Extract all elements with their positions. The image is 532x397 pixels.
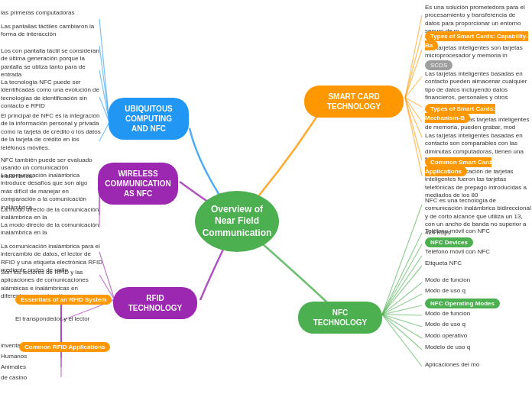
right-text-apps: Aplicaciones del mo	[425, 361, 479, 369]
branch-nfc: NFC TECHNOLOGY	[298, 302, 382, 334]
left-text-9: La modo directo de la comunicación inalá…	[1, 221, 100, 237]
branch-nfc-label: NFC TECHNOLOGY	[307, 308, 373, 328]
svg-line-37	[382, 315, 422, 350]
right-text-mode5: Modo operativo	[425, 332, 467, 340]
right-text-3: Las tarjetas inteligentes basadas en con…	[425, 70, 532, 102]
branch-rfid: RFID TECHNOLOGY	[113, 287, 197, 319]
nfc-modes-label: NFC Operating Modes	[425, 299, 500, 308]
capability-label: Types of Smart Cards: Capability-Ba	[425, 31, 528, 50]
center-node: Overview of Near Field Communication	[195, 191, 279, 252]
right-text-phone1: Teléfono móvil con NFC	[425, 228, 490, 235]
common-rfid-label: Common RFID Applications	[19, 342, 110, 352]
branch-smart: SMART CARD TECHNOLOGY	[304, 86, 404, 118]
left-text-4: La tecnología NFC puede ser identificada…	[1, 79, 104, 111]
branch-smart-label: SMART CARD TECHNOLOGY	[313, 92, 394, 111]
svg-line-21	[405, 98, 422, 107]
mind-map: Overview of Near Field Communication UBI…	[0, 0, 532, 397]
svg-line-35	[382, 315, 422, 327]
svg-line-27	[382, 233, 422, 315]
animales-text: Animales	[1, 363, 26, 371]
svg-line-23	[405, 98, 422, 137]
right-text-mode2: Modo de uso q	[425, 287, 466, 295]
svg-line-38	[382, 315, 422, 366]
right-text-phone2: Teléfono móvil con NFC	[425, 248, 490, 256]
right-text-mode4: Modo de uso q	[425, 321, 466, 328]
scds-label: SCDS	[425, 60, 453, 70]
svg-line-33	[382, 305, 422, 315]
left-text-5: El principal de NFC es la integración de…	[1, 112, 104, 152]
svg-line-22	[405, 98, 422, 122]
branch-wireless: WIRELESS COMMUNICATION AS NFC	[98, 163, 178, 205]
branch-ubiquitous-label: UBIQUITOUS COMPUTING AND NFC	[118, 104, 180, 134]
svg-line-31	[382, 282, 422, 315]
svg-line-36	[382, 315, 422, 338]
casino-text: de casino	[1, 374, 27, 382]
right-text-tag: Etiqueta NFC	[425, 260, 462, 267]
mechanism-label: Types of Smart Cards: Mechanism-B	[425, 104, 495, 123]
left-text-1: las primeras computadoras	[1, 9, 74, 17]
svg-line-29	[382, 256, 422, 315]
svg-line-25	[405, 98, 422, 176]
left-text-2: Las pantallas táctiles cambiaron la form…	[1, 23, 104, 39]
center-label: Overview of Near Field Communication	[201, 204, 273, 240]
right-text-mode3: Modo de funcion	[425, 310, 470, 318]
common-smart-label: Common Smart Card Applications	[425, 157, 491, 176]
right-text-mode6: Modelo de uso q	[425, 344, 470, 351]
svg-line-34	[382, 315, 422, 315]
branch-rfid-label: RFID TECHNOLOGY	[122, 293, 188, 313]
svg-line-17	[405, 15, 422, 98]
svg-line-20	[405, 76, 422, 98]
svg-line-26	[382, 205, 422, 315]
svg-line-30	[382, 266, 422, 315]
svg-line-32	[382, 294, 422, 315]
branch-wireless-label: WIRELESS COMMUNICATION AS NFC	[105, 169, 170, 198]
humanos-text: Humanos	[1, 353, 27, 360]
svg-line-18	[405, 34, 422, 98]
transpondedor-text: El transpondedor y el lector	[15, 315, 89, 323]
branch-ubiquitous: UBIQUITOUS COMPUTING AND NFC	[109, 98, 189, 140]
svg-line-28	[382, 244, 422, 315]
left-text-8: La modo directo de la comunicación inalá…	[1, 206, 100, 222]
nfc-devices-label: NFC Devices	[425, 237, 473, 247]
right-text-mode1: Modo de funcion	[425, 276, 470, 284]
left-text-3: Los con pantalla táctil se consideran de…	[1, 47, 104, 79]
essentials-rfid-label: Essentials of an RFID System	[15, 295, 112, 305]
svg-line-19	[405, 50, 422, 98]
svg-line-24	[405, 98, 422, 160]
